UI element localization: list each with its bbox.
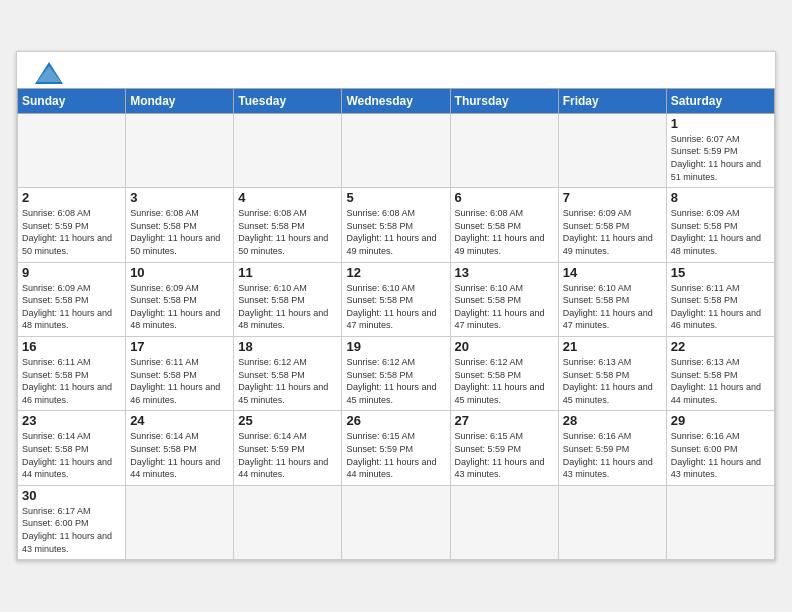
- day-number: 13: [455, 265, 554, 280]
- weekday-header-tuesday: Tuesday: [234, 88, 342, 113]
- weekday-header-monday: Monday: [126, 88, 234, 113]
- calendar-day: 26Sunrise: 6:15 AMSunset: 5:59 PMDayligh…: [342, 411, 450, 485]
- day-number: 1: [671, 116, 770, 131]
- calendar-day: 12Sunrise: 6:10 AMSunset: 5:58 PMDayligh…: [342, 262, 450, 336]
- day-number: 7: [563, 190, 662, 205]
- day-info: Sunrise: 6:08 AMSunset: 5:58 PMDaylight:…: [455, 207, 554, 257]
- calendar-container: SundayMondayTuesdayWednesdayThursdayFrid…: [16, 51, 776, 561]
- calendar-day: 3Sunrise: 6:08 AMSunset: 5:58 PMDaylight…: [126, 188, 234, 262]
- calendar-week-6: 30Sunrise: 6:17 AMSunset: 6:00 PMDayligh…: [18, 485, 775, 559]
- day-number: 27: [455, 413, 554, 428]
- calendar-day: 18Sunrise: 6:12 AMSunset: 5:58 PMDayligh…: [234, 337, 342, 411]
- day-info: Sunrise: 6:12 AMSunset: 5:58 PMDaylight:…: [455, 356, 554, 406]
- calendar-week-1: 1Sunrise: 6:07 AMSunset: 5:59 PMDaylight…: [18, 113, 775, 187]
- calendar-day: [126, 485, 234, 559]
- day-info: Sunrise: 6:10 AMSunset: 5:58 PMDaylight:…: [455, 282, 554, 332]
- day-number: 4: [238, 190, 337, 205]
- calendar-week-2: 2Sunrise: 6:08 AMSunset: 5:59 PMDaylight…: [18, 188, 775, 262]
- day-info: Sunrise: 6:16 AMSunset: 6:00 PMDaylight:…: [671, 430, 770, 480]
- calendar-day: [18, 113, 126, 187]
- svg-marker-1: [37, 66, 61, 82]
- calendar-day: [450, 113, 558, 187]
- day-number: 11: [238, 265, 337, 280]
- day-info: Sunrise: 6:13 AMSunset: 5:58 PMDaylight:…: [563, 356, 662, 406]
- day-info: Sunrise: 6:08 AMSunset: 5:58 PMDaylight:…: [238, 207, 337, 257]
- day-info: Sunrise: 6:13 AMSunset: 5:58 PMDaylight:…: [671, 356, 770, 406]
- calendar-day: 6Sunrise: 6:08 AMSunset: 5:58 PMDaylight…: [450, 188, 558, 262]
- day-number: 16: [22, 339, 121, 354]
- calendar-day: 25Sunrise: 6:14 AMSunset: 5:59 PMDayligh…: [234, 411, 342, 485]
- day-info: Sunrise: 6:15 AMSunset: 5:59 PMDaylight:…: [346, 430, 445, 480]
- day-number: 25: [238, 413, 337, 428]
- day-number: 9: [22, 265, 121, 280]
- weekday-header-thursday: Thursday: [450, 88, 558, 113]
- day-info: Sunrise: 6:09 AMSunset: 5:58 PMDaylight:…: [563, 207, 662, 257]
- calendar-day: [126, 113, 234, 187]
- day-number: 23: [22, 413, 121, 428]
- calendar-day: 16Sunrise: 6:11 AMSunset: 5:58 PMDayligh…: [18, 337, 126, 411]
- logo-icon: [35, 62, 63, 84]
- day-info: Sunrise: 6:09 AMSunset: 5:58 PMDaylight:…: [130, 282, 229, 332]
- day-number: 26: [346, 413, 445, 428]
- day-info: Sunrise: 6:09 AMSunset: 5:58 PMDaylight:…: [671, 207, 770, 257]
- day-info: Sunrise: 6:10 AMSunset: 5:58 PMDaylight:…: [238, 282, 337, 332]
- day-number: 5: [346, 190, 445, 205]
- calendar-day: 30Sunrise: 6:17 AMSunset: 6:00 PMDayligh…: [18, 485, 126, 559]
- calendar-day: [234, 485, 342, 559]
- calendar-day: [558, 485, 666, 559]
- day-info: Sunrise: 6:10 AMSunset: 5:58 PMDaylight:…: [346, 282, 445, 332]
- day-info: Sunrise: 6:12 AMSunset: 5:58 PMDaylight:…: [238, 356, 337, 406]
- day-info: Sunrise: 6:14 AMSunset: 5:59 PMDaylight:…: [238, 430, 337, 480]
- calendar-body: 1Sunrise: 6:07 AMSunset: 5:59 PMDaylight…: [18, 113, 775, 559]
- day-number: 29: [671, 413, 770, 428]
- calendar-day: 19Sunrise: 6:12 AMSunset: 5:58 PMDayligh…: [342, 337, 450, 411]
- day-number: 2: [22, 190, 121, 205]
- day-info: Sunrise: 6:11 AMSunset: 5:58 PMDaylight:…: [671, 282, 770, 332]
- logo-area: [33, 62, 63, 84]
- calendar-day: [666, 485, 774, 559]
- calendar-day: 5Sunrise: 6:08 AMSunset: 5:58 PMDaylight…: [342, 188, 450, 262]
- calendar-table: SundayMondayTuesdayWednesdayThursdayFrid…: [17, 88, 775, 560]
- calendar-day: 7Sunrise: 6:09 AMSunset: 5:58 PMDaylight…: [558, 188, 666, 262]
- calendar-day: [558, 113, 666, 187]
- day-info: Sunrise: 6:11 AMSunset: 5:58 PMDaylight:…: [22, 356, 121, 406]
- calendar-day: 20Sunrise: 6:12 AMSunset: 5:58 PMDayligh…: [450, 337, 558, 411]
- weekday-header-wednesday: Wednesday: [342, 88, 450, 113]
- day-number: 28: [563, 413, 662, 428]
- calendar-day: [342, 113, 450, 187]
- day-info: Sunrise: 6:08 AMSunset: 5:58 PMDaylight:…: [130, 207, 229, 257]
- day-info: Sunrise: 6:15 AMSunset: 5:59 PMDaylight:…: [455, 430, 554, 480]
- day-number: 30: [22, 488, 121, 503]
- calendar-day: [450, 485, 558, 559]
- calendar-day: 2Sunrise: 6:08 AMSunset: 5:59 PMDaylight…: [18, 188, 126, 262]
- calendar-day: 11Sunrise: 6:10 AMSunset: 5:58 PMDayligh…: [234, 262, 342, 336]
- day-number: 10: [130, 265, 229, 280]
- calendar-day: 21Sunrise: 6:13 AMSunset: 5:58 PMDayligh…: [558, 337, 666, 411]
- day-info: Sunrise: 6:11 AMSunset: 5:58 PMDaylight:…: [130, 356, 229, 406]
- day-number: 20: [455, 339, 554, 354]
- day-number: 21: [563, 339, 662, 354]
- calendar-week-3: 9Sunrise: 6:09 AMSunset: 5:58 PMDaylight…: [18, 262, 775, 336]
- day-info: Sunrise: 6:08 AMSunset: 5:58 PMDaylight:…: [346, 207, 445, 257]
- day-number: 3: [130, 190, 229, 205]
- calendar-header: [17, 52, 775, 88]
- day-number: 8: [671, 190, 770, 205]
- calendar-day: 27Sunrise: 6:15 AMSunset: 5:59 PMDayligh…: [450, 411, 558, 485]
- day-info: Sunrise: 6:17 AMSunset: 6:00 PMDaylight:…: [22, 505, 121, 555]
- calendar-day: 1Sunrise: 6:07 AMSunset: 5:59 PMDaylight…: [666, 113, 774, 187]
- weekday-header-friday: Friday: [558, 88, 666, 113]
- day-number: 22: [671, 339, 770, 354]
- calendar-day: 4Sunrise: 6:08 AMSunset: 5:58 PMDaylight…: [234, 188, 342, 262]
- calendar-day: 15Sunrise: 6:11 AMSunset: 5:58 PMDayligh…: [666, 262, 774, 336]
- day-info: Sunrise: 6:09 AMSunset: 5:58 PMDaylight:…: [22, 282, 121, 332]
- calendar-day: 13Sunrise: 6:10 AMSunset: 5:58 PMDayligh…: [450, 262, 558, 336]
- day-number: 17: [130, 339, 229, 354]
- calendar-day: 24Sunrise: 6:14 AMSunset: 5:58 PMDayligh…: [126, 411, 234, 485]
- calendar-day: 9Sunrise: 6:09 AMSunset: 5:58 PMDaylight…: [18, 262, 126, 336]
- day-info: Sunrise: 6:10 AMSunset: 5:58 PMDaylight:…: [563, 282, 662, 332]
- day-number: 14: [563, 265, 662, 280]
- calendar-day: 8Sunrise: 6:09 AMSunset: 5:58 PMDaylight…: [666, 188, 774, 262]
- calendar-day: 29Sunrise: 6:16 AMSunset: 6:00 PMDayligh…: [666, 411, 774, 485]
- calendar-day: [234, 113, 342, 187]
- day-number: 6: [455, 190, 554, 205]
